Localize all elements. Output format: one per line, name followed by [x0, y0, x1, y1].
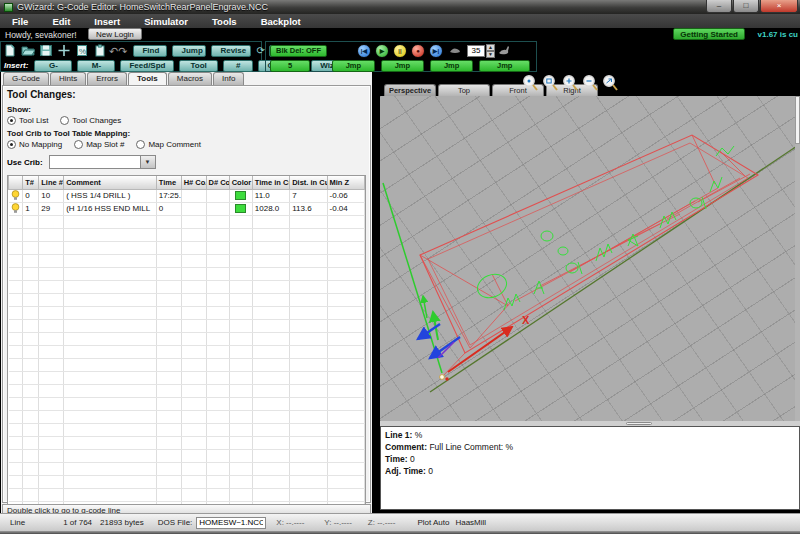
tool-table-row[interactable]: 129(H 1/16 HSS END MILL01028.0113.6-0.04 [9, 202, 365, 215]
version-note: v1.67 is cu [758, 30, 798, 39]
axis-triad: X [418, 296, 530, 381]
jump-button[interactable]: Jump [172, 45, 206, 57]
zoom-window-icon[interactable] [542, 74, 559, 92]
radio-tool-changes[interactable] [60, 116, 69, 125]
col-min-z[interactable]: Min Z [327, 176, 364, 189]
status-bytes: 21893 bytes [100, 518, 144, 527]
crib-dropdown-icon[interactable]: ▼ [141, 155, 156, 169]
svg-text:%: % [79, 47, 86, 56]
col-time[interactable]: Time [156, 176, 181, 189]
tab-tools[interactable]: Tools [128, 72, 167, 85]
tab-hints[interactable]: Hints [50, 72, 86, 85]
insert-feedspd-button[interactable]: Feed/Spd [120, 60, 174, 72]
menu-backplot[interactable]: Backplot [249, 16, 313, 27]
col-dist-in-cut[interactable]: Dist. in Cut [290, 176, 327, 189]
col-line[interactable]: Line # [39, 176, 64, 189]
tab-errors[interactable]: Errors [87, 72, 127, 85]
view-tab-perspective[interactable]: Perspective [384, 84, 436, 96]
insert-toolchng-button[interactable]: Tool Chng [179, 60, 217, 72]
clipboard-icon[interactable] [93, 44, 107, 57]
zoom-selection-icon[interactable] [602, 74, 619, 92]
info-comment-label: Comment: [385, 442, 427, 452]
x-axis-arrow [448, 327, 512, 372]
undo-icon[interactable]: ↶ [109, 45, 118, 57]
insert-mcode-button[interactable]: M-Code [77, 60, 115, 72]
tool-table-empty-row [9, 267, 365, 280]
radio-no-mapping-label[interactable]: No Mapping [19, 140, 62, 149]
find-button[interactable]: Find [133, 45, 167, 57]
radio-map-comment[interactable] [136, 140, 145, 149]
splitter-handle-icon[interactable] [626, 422, 652, 425]
tool-table-empty-row [9, 358, 365, 371]
radio-map-slot-label[interactable]: Map Slot # [86, 140, 124, 149]
viewport-scroll-thumb[interactable] [795, 96, 800, 144]
menu-tools[interactable]: Tools [200, 16, 249, 27]
col-hcomp[interactable]: H# Co... [181, 176, 206, 189]
getting-started-button[interactable]: Getting Started [673, 28, 745, 40]
viewport-scrollbar[interactable] [795, 96, 800, 421]
radio-tool-list-label[interactable]: Tool List [19, 116, 48, 125]
jmp-m06-button[interactable]: Jmp M06 [430, 60, 473, 72]
speed-input[interactable] [467, 45, 485, 57]
tab-info[interactable]: Info [213, 72, 244, 85]
status-z: Z: --.---- [368, 518, 396, 527]
zoom-in-icon[interactable] [562, 74, 579, 92]
turtle-icon [449, 44, 461, 57]
skip-to-start-button[interactable]: |◀ [357, 44, 371, 58]
zoom-all-icon[interactable] [522, 74, 539, 92]
menu-file[interactable]: File [0, 16, 40, 27]
jmp-g00-button[interactable]: Jmp G00 [332, 60, 375, 72]
col-comment[interactable]: Comment [64, 176, 157, 189]
menu-insert[interactable]: Insert [82, 16, 132, 27]
zoom-out-icon[interactable] [582, 74, 599, 92]
backplot-viewport[interactable]: X [380, 96, 800, 421]
info-comment-value: Full Line Comment: % [429, 442, 513, 452]
radio-map-slot[interactable] [74, 140, 83, 149]
skip-to-end-button[interactable]: ▶| [429, 44, 443, 58]
info-line-value: % [415, 430, 423, 440]
tab-gcode[interactable]: G-Code [3, 72, 49, 85]
new-login-button[interactable]: New Login [88, 28, 142, 40]
speed-up-icon[interactable]: ▲ [486, 44, 495, 51]
speed-stepper[interactable]: ▲ ▼ [467, 44, 495, 58]
close-button[interactable]: × [760, 0, 798, 13]
menu-simulator[interactable]: Simulator [132, 16, 200, 27]
tool-table-body: 010( HSS 1/4 DRILL )17:25.711.07-0.06129… [9, 189, 365, 511]
stop-button[interactable]: ● [411, 44, 425, 58]
open-file-icon[interactable] [21, 44, 35, 57]
refresh-icon[interactable]: ⟳ [256, 45, 264, 57]
revise-button[interactable]: Revise [211, 45, 251, 57]
new-file-icon[interactable] [3, 44, 17, 57]
redo-icon[interactable]: ↷ [118, 45, 127, 57]
col-time-in-cut[interactable]: Time in Cut [252, 176, 289, 189]
speed-down-icon[interactable]: ▼ [486, 51, 495, 58]
save-file-icon[interactable] [39, 44, 53, 57]
tool-table-row[interactable]: 010( HSS 1/4 DRILL )17:25.711.07-0.06 [9, 189, 365, 202]
dos-file-input[interactable] [196, 517, 266, 529]
col-color[interactable]: Color [229, 176, 252, 189]
renumber-icon[interactable]: % [75, 44, 89, 57]
view-tab-top[interactable]: Top [438, 84, 490, 96]
menu-edit[interactable]: Edit [40, 16, 82, 27]
crib-select[interactable] [49, 155, 141, 169]
insert-gcode-button[interactable]: G-Code [34, 60, 72, 72]
jmp-g04-button[interactable]: Jmp G04 [381, 60, 424, 72]
jmp-goto-button[interactable]: Jmp GOTO [479, 60, 530, 72]
radio-tool-changes-label[interactable]: Tool Changes [72, 116, 121, 125]
step-5-button[interactable]: 5 Step... [270, 60, 310, 72]
insert-var-button[interactable]: # Var [223, 60, 253, 72]
radio-map-comment-label[interactable]: Map Comment [148, 140, 200, 149]
play-button[interactable]: ▶ [375, 44, 389, 58]
col-dcomp[interactable]: D# Co... [206, 176, 229, 189]
title-bar[interactable]: GWizard: G-Code Editor: HomeSwitchRearPa… [0, 0, 800, 14]
col-bulb[interactable] [9, 176, 23, 189]
pause-button[interactable]: || [393, 44, 407, 58]
maximize-button[interactable]: □ [733, 0, 759, 13]
tab-macros[interactable]: Macros [168, 72, 212, 85]
radio-no-mapping[interactable] [7, 140, 16, 149]
goto-cross-icon[interactable] [57, 44, 71, 57]
blk-del-button[interactable]: Blk Del: OFF [270, 45, 327, 57]
minimize-button[interactable]: – [706, 0, 732, 13]
col-tnum[interactable]: T# [23, 176, 39, 189]
radio-tool-list[interactable] [7, 116, 16, 125]
